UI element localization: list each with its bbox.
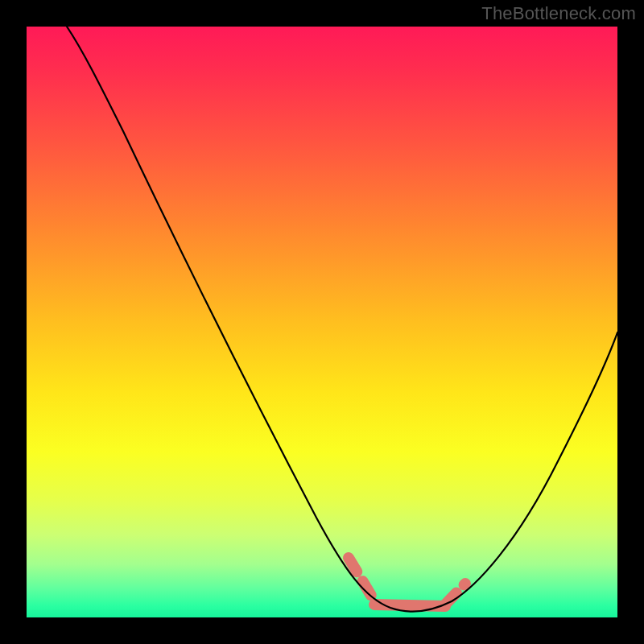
bottleneck-curve bbox=[67, 27, 617, 612]
plot-area bbox=[27, 27, 617, 617]
bottleneck-curve-svg bbox=[27, 27, 617, 617]
chart-frame: TheBottleneck.com bbox=[0, 0, 644, 644]
valley-descending-dash bbox=[349, 558, 373, 598]
watermark-text: TheBottleneck.com bbox=[481, 3, 636, 24]
